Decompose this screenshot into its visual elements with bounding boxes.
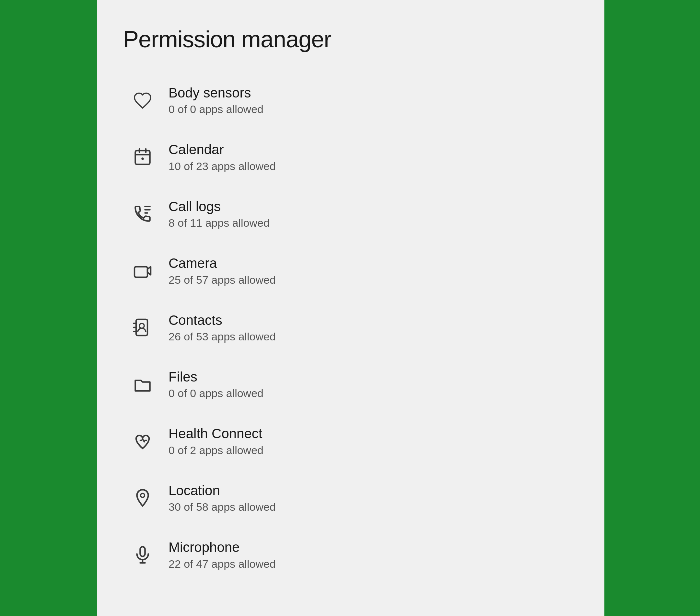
health-connect-icon xyxy=(130,428,155,454)
permission-subtitle-call-logs: 8 of 11 apps allowed xyxy=(168,217,270,229)
permission-item-location[interactable]: Location30 of 58 apps allowed xyxy=(123,470,578,526)
permission-name-calendar: Calendar xyxy=(168,142,276,158)
contacts-icon xyxy=(130,315,155,341)
folder-icon xyxy=(130,371,155,397)
permission-item-health-connect[interactable]: Health Connect0 of 2 apps allowed xyxy=(123,413,578,469)
permission-subtitle-calendar: 10 of 23 apps allowed xyxy=(168,160,276,172)
page-title: Permission manager xyxy=(123,26,578,52)
permission-subtitle-contacts: 26 of 53 apps allowed xyxy=(168,330,276,343)
location-icon xyxy=(130,485,155,511)
permission-name-body-sensors: Body sensors xyxy=(168,85,263,101)
permission-name-location: Location xyxy=(168,483,276,499)
permission-text-contacts: Contacts26 of 53 apps allowed xyxy=(168,312,276,343)
permission-item-contacts[interactable]: Contacts26 of 53 apps allowed xyxy=(123,299,578,356)
call-logs-icon xyxy=(130,201,155,227)
camera-icon xyxy=(130,258,155,284)
permission-name-files: Files xyxy=(168,369,263,385)
permission-item-microphone[interactable]: Microphone22 of 47 apps allowed xyxy=(123,526,578,583)
heart-icon xyxy=(130,88,155,113)
permission-item-call-logs[interactable]: Call logs8 of 11 apps allowed xyxy=(123,185,578,242)
permission-text-health-connect: Health Connect0 of 2 apps allowed xyxy=(168,426,263,456)
svg-rect-10 xyxy=(136,319,148,335)
sidebar-left xyxy=(0,0,97,616)
svg-point-4 xyxy=(141,157,144,160)
permission-name-camera: Camera xyxy=(168,255,276,271)
permission-list: Body sensors0 of 0 apps allowed Calendar… xyxy=(123,72,578,583)
permission-name-microphone: Microphone xyxy=(168,539,276,555)
svg-point-15 xyxy=(141,493,145,498)
permission-text-location: Location30 of 58 apps allowed xyxy=(168,483,276,513)
permission-text-camera: Camera25 of 57 apps allowed xyxy=(168,255,276,286)
svg-point-11 xyxy=(139,323,144,329)
permission-text-call-logs: Call logs8 of 11 apps allowed xyxy=(168,198,270,229)
permission-item-calendar[interactable]: Calendar10 of 23 apps allowed xyxy=(123,129,578,185)
permission-item-body-sensors[interactable]: Body sensors0 of 0 apps allowed xyxy=(123,72,578,129)
microphone-icon xyxy=(130,542,155,568)
svg-rect-16 xyxy=(140,547,145,556)
permission-name-call-logs: Call logs xyxy=(168,198,270,215)
permission-subtitle-location: 30 of 58 apps allowed xyxy=(168,501,276,513)
permission-name-contacts: Contacts xyxy=(168,312,276,329)
permission-subtitle-files: 0 of 0 apps allowed xyxy=(168,387,263,400)
permission-subtitle-body-sensors: 0 of 0 apps allowed xyxy=(168,103,263,116)
permission-text-files: Files0 of 0 apps allowed xyxy=(168,369,263,400)
permission-subtitle-camera: 25 of 57 apps allowed xyxy=(168,274,276,286)
permission-item-camera[interactable]: Camera25 of 57 apps allowed xyxy=(123,242,578,299)
permission-subtitle-health-connect: 0 of 2 apps allowed xyxy=(168,444,263,457)
permission-name-health-connect: Health Connect xyxy=(168,426,263,442)
permission-text-microphone: Microphone22 of 47 apps allowed xyxy=(168,539,276,570)
calendar-icon xyxy=(130,144,155,170)
permission-text-body-sensors: Body sensors0 of 0 apps allowed xyxy=(168,85,263,116)
svg-rect-8 xyxy=(135,267,148,277)
svg-marker-9 xyxy=(148,267,151,275)
permission-subtitle-microphone: 22 of 47 apps allowed xyxy=(168,558,276,570)
main-content: Permission manager Body sensors0 of 0 ap… xyxy=(97,0,604,616)
permission-item-files[interactable]: Files0 of 0 apps allowed xyxy=(123,356,578,413)
permission-text-calendar: Calendar10 of 23 apps allowed xyxy=(168,142,276,172)
sidebar-right xyxy=(604,0,700,616)
